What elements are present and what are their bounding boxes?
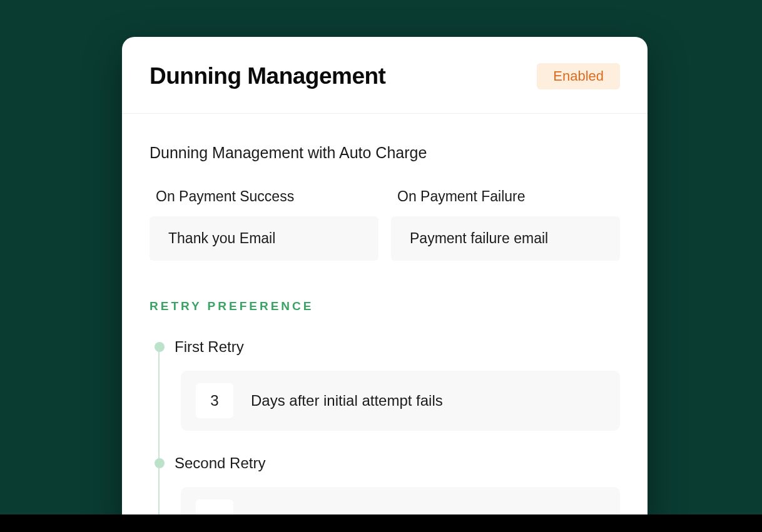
field-row: On Payment Success Thank you Email On Pa… (150, 188, 620, 261)
card-body: Dunning Management with Auto Charge On P… (122, 114, 648, 532)
bottom-band (0, 514, 762, 532)
payment-failure-group: On Payment Failure Payment failure email (391, 188, 620, 261)
retry-timeline: First Retry 3 Days after initial attempt… (150, 338, 620, 532)
payment-failure-label: On Payment Failure (391, 188, 620, 205)
first-retry-item: First Retry 3 Days after initial attempt… (155, 338, 620, 431)
status-badge-enabled: Enabled (537, 63, 620, 89)
section-subtitle: Dunning Management with Auto Charge (150, 144, 620, 162)
card-header: Dunning Management Enabled (122, 37, 648, 114)
timeline-dot-icon (155, 458, 165, 468)
timeline-dot-icon (155, 342, 165, 352)
payment-success-label: On Payment Success (150, 188, 378, 205)
page-title: Dunning Management (150, 63, 385, 89)
payment-success-select[interactable]: Thank you Email (150, 216, 378, 261)
first-retry-config: 3 Days after initial attempt fails (181, 371, 620, 431)
first-retry-label: First Retry (175, 338, 620, 356)
retry-preference-heading: RETRY PREFERENCE (150, 299, 620, 313)
first-retry-days-input[interactable]: 3 (196, 383, 233, 418)
dunning-management-card: Dunning Management Enabled Dunning Manag… (122, 37, 648, 524)
payment-success-group: On Payment Success Thank you Email (150, 188, 378, 261)
second-retry-label: Second Retry (175, 454, 620, 472)
first-retry-description: Days after initial attempt fails (251, 392, 443, 409)
payment-failure-select[interactable]: Payment failure email (391, 216, 620, 261)
